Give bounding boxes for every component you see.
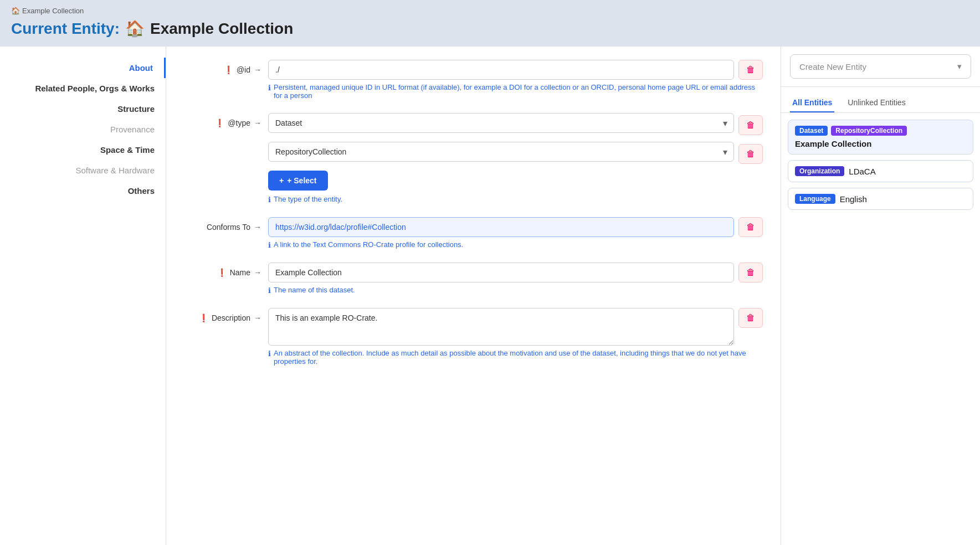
- name-required-icon: ❗: [217, 268, 227, 277]
- entity-card-name: Example Collection: [795, 139, 966, 148]
- name-hint-icon: ℹ: [268, 286, 271, 295]
- type-hint-icon: ℹ: [268, 196, 271, 204]
- description-hint-icon: ℹ: [268, 349, 271, 358]
- id-hint-icon: ℹ: [268, 84, 271, 92]
- description-hint: ℹ An abstract of the collection. Include…: [268, 349, 763, 366]
- conforms-to-hint: ℹ A link to the Text Commons RO-Crate pr…: [268, 240, 763, 249]
- id-hint: ℹ Persistent, managed unique ID in URL f…: [268, 83, 763, 100]
- type-label: ❗ @type →: [184, 113, 261, 127]
- id-required-icon: ❗: [224, 65, 233, 74]
- type-required-icon: ❗: [215, 119, 224, 127]
- description-content: This is an example RO-Crate. 🗑 ℹ An abst…: [268, 308, 763, 366]
- description-field-row: ❗ Description → This is an example RO-Cr…: [184, 308, 763, 366]
- sidebar-item-software[interactable]: Software & Hardware: [0, 160, 166, 181]
- page-title-home-icon: 🏠: [125, 19, 145, 38]
- description-label: ❗ Description →: [184, 308, 261, 322]
- description-label-text: Description: [212, 313, 250, 322]
- id-label-text: @id: [237, 65, 250, 74]
- sidebar: About Related People, Orgs & Works Struc…: [0, 47, 166, 545]
- name-label: ❗ Name →: [184, 263, 261, 277]
- sidebar-item-structure[interactable]: Structure: [0, 99, 166, 119]
- name-content: 🗑 ℹ The name of this dataset.: [268, 263, 763, 295]
- id-field-row: ❗ @id → 🗑 ℹ Persistent, managed unique I…: [184, 60, 763, 100]
- header: 🏠 Example Collection Current Entity: 🏠 E…: [0, 0, 980, 47]
- create-entity-label: Create New Entity: [799, 62, 866, 71]
- conforms-to-label: Conforms To →: [184, 217, 261, 232]
- tag-language: Language: [795, 194, 835, 204]
- type-select-1[interactable]: Dataset Person Organization: [268, 113, 734, 133]
- name-input[interactable]: [268, 263, 734, 282]
- description-required-icon: ❗: [199, 313, 208, 322]
- page-title-name: Example Collection: [150, 20, 293, 38]
- id-input[interactable]: [268, 60, 734, 80]
- sidebar-item-space-time[interactable]: Space & Time: [0, 140, 166, 160]
- breadcrumb-text: Example Collection: [22, 7, 84, 15]
- type-delete-2-button[interactable]: 🗑: [738, 144, 763, 164]
- type-field-row: ❗ @type → Dataset Person Organization ▾: [184, 113, 763, 204]
- page-title-label: Current Entity:: [11, 20, 120, 38]
- entity-name-ldaca: LDaCA: [849, 167, 875, 176]
- description-input[interactable]: This is an example RO-Crate.: [268, 308, 734, 346]
- tag-repository-collection: RepositoryCollection: [831, 126, 907, 136]
- entity-card-tags: Dataset RepositoryCollection: [795, 126, 966, 136]
- name-delete-button[interactable]: 🗑: [738, 263, 763, 282]
- create-entity-chevron: ▾: [957, 61, 962, 71]
- conforms-to-content: 🗑 ℹ A link to the Text Commons RO-Crate …: [268, 217, 763, 249]
- conforms-to-delete-button[interactable]: 🗑: [738, 217, 763, 237]
- right-panel-header: Create New Entity ▾: [781, 47, 980, 87]
- type-label-text: @type: [228, 119, 250, 127]
- sidebar-item-related[interactable]: Related People, Orgs & Works: [0, 78, 166, 99]
- form-area: ❗ @id → 🗑 ℹ Persistent, managed unique I…: [166, 47, 781, 545]
- conforms-to-field-row: Conforms To → 🗑 ℹ A link to the Text Com…: [184, 217, 763, 249]
- name-hint: ℹ The name of this dataset.: [268, 286, 763, 295]
- name-field-row: ❗ Name → 🗑 ℹ The name of this dataset.: [184, 263, 763, 295]
- right-panel: Create New Entity ▾ All Entities Unlinke…: [781, 47, 980, 545]
- name-label-text: Name: [230, 268, 250, 277]
- id-arrow: →: [254, 65, 261, 74]
- type-arrow: →: [254, 119, 261, 127]
- entity-card-ldaca[interactable]: Organization LDaCA: [788, 160, 973, 182]
- description-arrow: →: [254, 313, 261, 322]
- sidebar-item-about[interactable]: About: [0, 58, 166, 78]
- type-delete-1-button[interactable]: 🗑: [738, 115, 763, 135]
- conforms-to-label-text: Conforms To: [207, 223, 250, 232]
- id-label: ❗ @id →: [184, 60, 261, 74]
- entity-card-english[interactable]: Language English: [788, 188, 973, 210]
- page-title: Current Entity: 🏠 Example Collection: [11, 19, 969, 38]
- id-content: 🗑 ℹ Persistent, managed unique ID in URL…: [268, 60, 763, 100]
- entity-list: Dataset RepositoryCollection Example Col…: [781, 113, 980, 545]
- create-entity-button[interactable]: Create New Entity ▾: [790, 54, 971, 79]
- breadcrumb-home-icon: 🏠: [11, 7, 20, 15]
- breadcrumb[interactable]: 🏠 Example Collection: [11, 7, 969, 15]
- tab-all-entities[interactable]: All Entities: [790, 94, 834, 112]
- tag-organization: Organization: [795, 166, 844, 176]
- conforms-to-input[interactable]: [268, 217, 734, 237]
- tag-dataset: Dataset: [795, 126, 828, 136]
- conforms-to-arrow: →: [254, 223, 261, 232]
- entity-name-english: English: [840, 194, 867, 204]
- id-delete-button[interactable]: 🗑: [738, 60, 763, 80]
- conforms-to-hint-icon: ℹ: [268, 241, 271, 249]
- type-select-2[interactable]: RepositoryCollection Dataset: [268, 142, 734, 162]
- sidebar-item-others[interactable]: Others: [0, 181, 166, 201]
- entity-card-example-collection[interactable]: Dataset RepositoryCollection Example Col…: [788, 120, 973, 155]
- plus-icon: +: [279, 176, 284, 185]
- tab-unlinked-entities[interactable]: Unlinked Entities: [845, 94, 907, 112]
- name-arrow: →: [254, 268, 261, 277]
- type-select-button[interactable]: + + Select: [268, 171, 328, 191]
- type-hint: ℹ The type of the entity.: [268, 195, 763, 204]
- sidebar-item-provenance[interactable]: Provenance: [0, 119, 166, 140]
- type-content: Dataset Person Organization ▾ 🗑 Reposito…: [268, 113, 763, 204]
- entity-tabs: All Entities Unlinked Entities: [781, 87, 980, 113]
- description-delete-button[interactable]: 🗑: [738, 308, 763, 328]
